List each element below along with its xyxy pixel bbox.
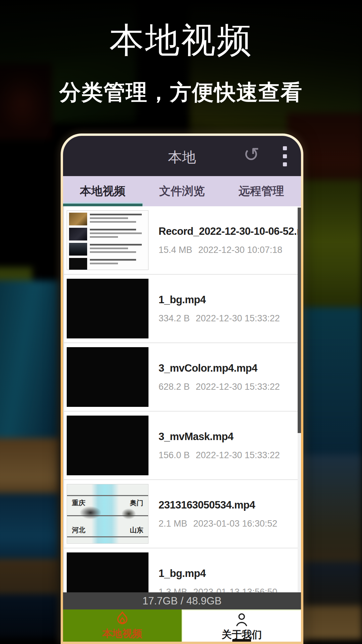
- file-row[interactable]: 1_bg.mp4 334.2 B 2022-12-30 15:33:22: [64, 275, 301, 343]
- file-row[interactable]: 重庆 奥门 河北 山东 2313163050534.mp4 2.1 MB 202…: [64, 480, 301, 548]
- app-title: 本地: [63, 148, 301, 167]
- file-size: 1.3 MB: [159, 587, 187, 593]
- file-meta: 334.2 B 2022-12-30 15:33:22: [159, 313, 280, 324]
- file-size: 628.2 B: [159, 382, 190, 392]
- storage-usage: 17.7GB / 48.9GB: [63, 592, 301, 609]
- file-info: Record_2022-12-30-10-06-52.mp4 15.4 MB 2…: [159, 210, 293, 270]
- phone-frame: 本地 ↺ 本地视频 文件浏览 远程管理: [61, 133, 303, 644]
- file-name: 1_bg.mp4: [159, 568, 277, 580]
- tab-local-videos[interactable]: 本地视频: [63, 176, 142, 206]
- file-row[interactable]: 3_mvMask.mp4 156.0 B 2022-12-30 15:33:22: [64, 412, 301, 480]
- file-name: 3_mvColor.mp4.mp4: [159, 362, 280, 374]
- file-list: Record_2022-12-30-10-06-52.mp4 15.4 MB 2…: [63, 206, 301, 592]
- file-row[interactable]: Record_2022-12-30-10-06-52.mp4 15.4 MB 2…: [64, 206, 301, 275]
- video-thumbnail: [67, 210, 148, 270]
- person-icon: [234, 612, 249, 627]
- video-thumbnail: [67, 552, 148, 592]
- video-thumbnail: [67, 347, 148, 407]
- file-info: 2313163050534.mp4 2.1 MB 2023-01-03 16:3…: [159, 484, 277, 544]
- map-label: 山东: [130, 526, 143, 535]
- bottom-nav: 本地视频 关于我们: [63, 609, 301, 642]
- file-name: 3_mvMask.mp4: [159, 431, 280, 443]
- file-name: 2313163050534.mp4: [159, 499, 277, 511]
- video-thumbnail: [67, 279, 148, 338]
- partial-element: [232, 639, 251, 642]
- refresh-icon[interactable]: ↺: [241, 143, 261, 167]
- file-meta: 1.3 MB 2023-01-13 13:56:50: [159, 587, 277, 593]
- tab-bar: 本地视频 文件浏览 远程管理: [63, 176, 301, 206]
- map-label: 河北: [72, 526, 85, 535]
- overflow-menu-icon[interactable]: [279, 145, 291, 168]
- file-size: 334.2 B: [159, 313, 190, 324]
- file-row[interactable]: 1_bg.mp4 1.3 MB 2023-01-13 13:56:50: [64, 548, 301, 592]
- video-thumbnail: [67, 416, 148, 475]
- file-meta: 15.4 MB 2022-12-30 10:07:18: [159, 245, 293, 255]
- hero-title: 本地视频: [0, 17, 362, 64]
- file-size: 15.4 MB: [159, 245, 192, 255]
- hero-subtitle: 分类管理，方便快速查看: [0, 78, 362, 107]
- file-datetime: 2022-12-30 15:33:22: [196, 313, 280, 324]
- scrollbar[interactable]: [298, 206, 301, 592]
- active-tab-indicator: [63, 204, 142, 206]
- file-datetime: 2023-01-13 13:56:50: [193, 587, 278, 593]
- file-datetime: 2022-12-30 15:33:22: [196, 382, 280, 392]
- phone-screen: 本地 ↺ 本地视频 文件浏览 远程管理: [63, 136, 301, 642]
- file-info: 3_mvColor.mp4.mp4 628.2 B 2022-12-30 15:…: [159, 347, 280, 407]
- file-datetime: 2023-01-03 16:30:52: [193, 519, 278, 529]
- file-info: 1_bg.mp4 1.3 MB 2023-01-13 13:56:50: [159, 552, 277, 592]
- scrollbar-thumb[interactable]: [298, 208, 301, 433]
- video-thumbnail: 重庆 奥门 河北 山东: [67, 484, 148, 544]
- nav-about-us[interactable]: 关于我们: [182, 609, 301, 642]
- tab-remote-manage[interactable]: 远程管理: [222, 176, 301, 206]
- file-datetime: 2022-12-30 15:33:22: [196, 450, 280, 461]
- file-name: 1_bg.mp4: [159, 294, 280, 306]
- file-info: 3_mvMask.mp4 156.0 B 2022-12-30 15:33:22: [159, 416, 280, 475]
- file-row[interactable]: 3_mvColor.mp4.mp4 628.2 B 2022-12-30 15:…: [64, 343, 301, 412]
- file-meta: 628.2 B 2022-12-30 15:33:22: [159, 382, 280, 392]
- tab-file-browse[interactable]: 文件浏览: [142, 176, 222, 206]
- file-info: 1_bg.mp4 334.2 B 2022-12-30 15:33:22: [159, 279, 280, 338]
- file-size: 156.0 B: [159, 450, 190, 461]
- app-header: 本地 ↺: [63, 136, 301, 176]
- file-datetime: 2022-12-30 10:07:18: [198, 245, 283, 255]
- file-meta: 156.0 B 2022-12-30 15:33:22: [159, 450, 280, 461]
- nav-local-videos[interactable]: 本地视频: [63, 609, 182, 642]
- map-label: 奥门: [130, 498, 143, 507]
- flame-icon: [115, 611, 130, 626]
- nav-label: 本地视频: [102, 627, 142, 641]
- file-size: 2.1 MB: [159, 519, 187, 529]
- file-meta: 2.1 MB 2023-01-03 16:30:52: [159, 519, 277, 529]
- file-name: Record_2022-12-30-10-06-52.mp4: [159, 225, 293, 237]
- map-label: 重庆: [72, 498, 85, 507]
